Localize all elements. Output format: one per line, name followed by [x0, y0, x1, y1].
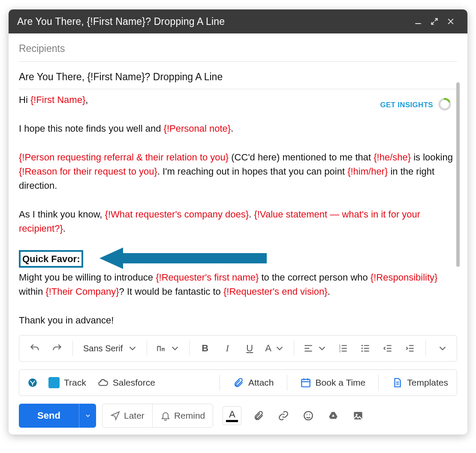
body-text: . [231, 123, 233, 134]
templates-button[interactable]: Templates [389, 377, 451, 388]
yesware-logo-icon[interactable] [25, 375, 40, 390]
merge-token: {!Their Company} [45, 286, 119, 297]
send-icon [110, 411, 121, 421]
ordered-list-button[interactable]: 123 [334, 339, 352, 358]
svg-point-37 [356, 414, 358, 416]
track-label: Track [64, 378, 86, 388]
italic-button[interactable]: I [218, 339, 237, 358]
body-text: Hi [19, 94, 30, 105]
templates-label: Templates [407, 378, 448, 388]
merge-token: {!Personal note} [164, 123, 231, 134]
merge-token: {!Person requesting referral & their rel… [19, 152, 229, 163]
compose-window: Are You There, {!First Name}? Dropping A… [9, 9, 467, 435]
insert-drive-button[interactable] [325, 408, 341, 423]
attach-file-button[interactable] [251, 408, 266, 423]
checkbox-checked-icon [48, 377, 60, 388]
align-button[interactable] [300, 339, 330, 358]
drive-icon [328, 410, 339, 421]
track-toggle[interactable]: Track [46, 377, 89, 388]
underline-button[interactable]: U [240, 339, 259, 358]
toolbar-separator [147, 341, 147, 356]
annotation-arrow-icon [99, 248, 267, 269]
merge-token: {!Responsibility} [371, 272, 438, 283]
undo-button[interactable] [25, 339, 44, 358]
body-text: is looking [411, 152, 453, 163]
insert-emoji-button[interactable] [301, 408, 316, 423]
book-time-button[interactable]: Book a Time [298, 377, 368, 388]
merge-token: {!First Name} [30, 94, 85, 105]
indent-button[interactable] [401, 339, 419, 358]
outdent-button[interactable] [378, 339, 397, 358]
remind-button[interactable]: Remind [152, 404, 213, 427]
email-body-editor[interactable]: Hi {!First Name}, I hope this note finds… [19, 93, 457, 327]
merge-token: {!Reason for their request to you} [19, 166, 157, 177]
paperclip-icon [233, 377, 244, 388]
body-text: I hope this note finds you well and [19, 123, 164, 134]
toolbar-separator [287, 374, 287, 391]
merge-token: {!Requester's end vision} [223, 286, 328, 297]
svg-marker-4 [99, 248, 267, 269]
svg-point-33 [304, 411, 313, 420]
insights-button[interactable]: GET INSIGHTS [377, 94, 455, 116]
font-size-select[interactable] [153, 339, 183, 358]
more-formatting-button[interactable] [432, 339, 451, 358]
cloud-icon [97, 377, 108, 388]
body-text: . [249, 209, 254, 220]
attach-button[interactable]: Attach [230, 377, 277, 388]
divider [19, 61, 457, 62]
send-later-button[interactable]: Later [102, 404, 152, 427]
secondary-send-group: Later Remind [102, 404, 213, 428]
send-options-button[interactable] [79, 404, 96, 428]
attach-label: Attach [248, 378, 274, 388]
redo-button[interactable] [48, 339, 66, 358]
popout-button[interactable] [426, 13, 443, 30]
formatting-toolbar: Sans Serif B I U A 123 [19, 335, 457, 362]
insert-link-button[interactable] [276, 408, 291, 423]
body-text: . [63, 223, 66, 234]
body-text: As I think you know, [19, 209, 105, 220]
body-text: . [328, 286, 330, 297]
body-text: ? It would be fantastic to [119, 286, 223, 297]
toolbar-separator [294, 341, 294, 356]
scrollbar[interactable] [456, 82, 460, 267]
send-button[interactable]: Send [19, 404, 79, 428]
document-icon [392, 377, 403, 388]
text-color-button[interactable]: A [262, 339, 288, 358]
bullet-list-button[interactable] [356, 339, 375, 358]
svg-point-14 [362, 345, 363, 346]
close-button[interactable] [443, 13, 459, 30]
font-color-button[interactable]: A [223, 406, 241, 425]
highlighted-label: Quick Favor: [19, 250, 83, 268]
body-text: to the correct person who [259, 272, 370, 283]
recipients-field[interactable]: Recipients [19, 33, 457, 61]
send-row: Send Later Remind A [19, 404, 457, 428]
svg-point-35 [309, 414, 310, 415]
toolbar-separator [425, 341, 426, 356]
remind-label: Remind [174, 411, 205, 421]
font-family-label: Sans Serif [81, 344, 124, 353]
image-icon [352, 410, 364, 421]
svg-point-15 [362, 347, 363, 349]
subject-field[interactable]: Are You There, {!First Name}? Dropping A… [19, 65, 457, 89]
toolbar-separator [378, 374, 379, 391]
minimize-button[interactable] [410, 13, 426, 30]
salesforce-button[interactable]: Salesforce [95, 377, 158, 388]
paperclip-icon [253, 410, 264, 421]
calendar-icon [300, 377, 311, 388]
toolbar-separator [189, 341, 190, 356]
smile-icon [303, 410, 314, 421]
font-family-select[interactable]: Sans Serif [79, 339, 141, 358]
window-titlebar: Are You There, {!First Name}? Dropping A… [9, 9, 467, 33]
insert-photo-button[interactable] [350, 408, 366, 423]
body-text: , [85, 94, 88, 105]
window-title: Are You There, {!First Name}? Dropping A… [17, 16, 410, 27]
body-text: Thank you in advance! [19, 313, 455, 327]
divider [19, 89, 457, 89]
insights-label: GET INSIGHTS [380, 101, 433, 109]
merge-token: {!Requester's first name} [156, 272, 259, 283]
svg-point-16 [362, 350, 363, 352]
merge-token: {!What requester's company does} [105, 209, 249, 220]
bold-button[interactable]: B [196, 339, 214, 358]
bell-icon [160, 411, 171, 421]
svg-text:3: 3 [339, 349, 340, 353]
